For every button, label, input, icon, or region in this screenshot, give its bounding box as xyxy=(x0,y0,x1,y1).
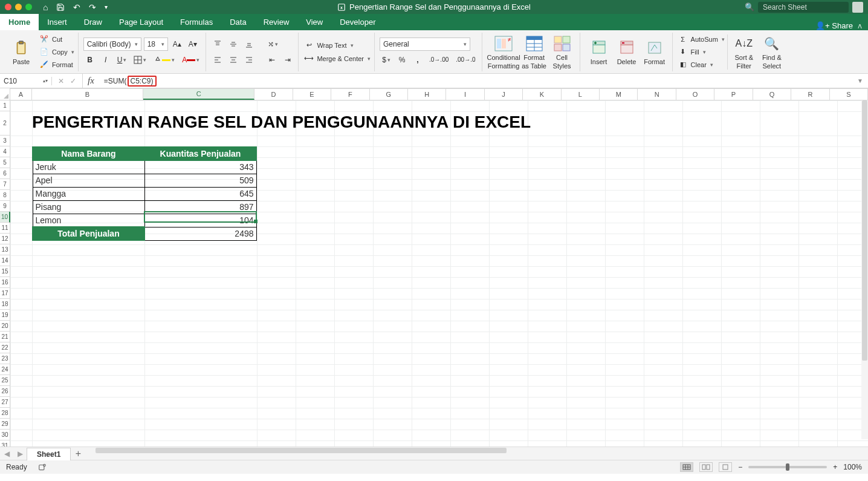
normal-view-button[interactable] xyxy=(680,462,693,472)
row-headers[interactable]: 1234567891011121314151617181920212223242… xyxy=(0,100,10,447)
row-header-30[interactable]: 30 xyxy=(0,430,10,440)
row-header-31[interactable]: 31 xyxy=(0,440,10,447)
col-header-E[interactable]: E xyxy=(293,88,331,100)
font-size-select[interactable]: 18▾ xyxy=(144,38,168,51)
row-header-3[interactable]: 3 xyxy=(0,136,10,146)
fill-color-button[interactable]: ▾ xyxy=(151,53,177,67)
row-header-10[interactable]: 10 xyxy=(0,212,10,223)
decrease-indent-button[interactable]: ⇤ xyxy=(265,53,279,67)
row-header-28[interactable]: 28 xyxy=(0,408,10,419)
underline-button[interactable]: U▾ xyxy=(115,53,129,67)
col-header-M[interactable]: M xyxy=(600,88,638,100)
row-header-19[interactable]: 19 xyxy=(0,310,10,321)
row-header-9[interactable]: 9 xyxy=(0,201,10,212)
format-as-table-button[interactable]: Formatas Table xyxy=(520,34,548,70)
comma-button[interactable]: , xyxy=(411,53,424,67)
sort-filter-button[interactable]: A↓Z Sort &Filter xyxy=(730,34,758,70)
format-painter-button[interactable]: 🖌️Format xyxy=(39,59,74,70)
cut-button[interactable]: ✂️Cut xyxy=(39,34,74,45)
row-header-6[interactable]: 6 xyxy=(0,168,10,179)
tab-developer[interactable]: Developer xyxy=(331,14,384,30)
align-bottom-button[interactable] xyxy=(242,38,256,51)
decrease-font-button[interactable]: A▾ xyxy=(186,38,199,51)
col-header-C[interactable]: C xyxy=(143,88,254,100)
percent-button[interactable]: % xyxy=(395,53,409,67)
cells-area[interactable]: PENGERTIAN RANGE SEL DAN PENGGUNAANNYA D… xyxy=(10,100,868,447)
zoom-slider[interactable] xyxy=(748,466,827,468)
row-header-29[interactable]: 29 xyxy=(0,419,10,430)
tab-view[interactable]: View xyxy=(297,14,331,30)
row-header-25[interactable]: 25 xyxy=(0,375,10,386)
align-middle-button[interactable] xyxy=(227,38,240,51)
close-window-icon[interactable] xyxy=(5,4,11,10)
column-headers[interactable]: ABCDEFGHIJKLMNOPQRS xyxy=(10,88,868,100)
copy-button[interactable]: 📄Copy▾ xyxy=(39,47,74,57)
undo-icon[interactable]: ↶ xyxy=(73,2,80,12)
minimize-window-icon[interactable] xyxy=(15,4,22,10)
col-header-R[interactable]: R xyxy=(791,88,829,100)
row-header-2[interactable]: 2 xyxy=(0,111,10,136)
spreadsheet-grid[interactable]: ABCDEFGHIJKLMNOPQRS 12345678910111213141… xyxy=(0,88,868,447)
col-header-B[interactable]: B xyxy=(32,88,143,100)
cell-styles-button[interactable]: CellStyles xyxy=(548,34,576,70)
zoom-in-button[interactable]: + xyxy=(833,463,837,471)
row-header-12[interactable]: 12 xyxy=(0,234,10,244)
formula-input[interactable]: =SUM(C5:C9) xyxy=(99,76,157,87)
row-header-4[interactable]: 4 xyxy=(0,146,10,157)
row-header-16[interactable]: 16 xyxy=(0,277,10,288)
row-header-13[interactable]: 13 xyxy=(0,244,10,255)
currency-button[interactable]: $▾ xyxy=(380,53,393,67)
tab-draw[interactable]: Draw xyxy=(76,14,111,30)
row-header-1[interactable]: 1 xyxy=(0,100,10,111)
align-top-button[interactable] xyxy=(211,38,224,51)
maximize-window-icon[interactable] xyxy=(25,4,32,10)
tab-insert[interactable]: Insert xyxy=(39,14,76,30)
col-header-K[interactable]: K xyxy=(523,88,561,100)
align-right-button[interactable] xyxy=(242,53,256,67)
col-header-F[interactable]: F xyxy=(331,88,369,100)
row-header-23[interactable]: 23 xyxy=(0,353,10,364)
sheet-prev-icon[interactable]: ◀ xyxy=(0,450,13,458)
font-name-select[interactable]: Calibri (Body)▾ xyxy=(83,38,141,51)
col-header-H[interactable]: H xyxy=(408,88,446,100)
format-cells-button[interactable]: Format xyxy=(641,39,669,65)
user-avatar-icon[interactable] xyxy=(852,2,863,13)
redo-icon[interactable]: ↷ xyxy=(89,2,96,12)
search-input[interactable]: Search Sheet xyxy=(758,2,849,13)
increase-decimal-button[interactable]: .0→.00 xyxy=(427,53,451,67)
sheet-tab-sheet1[interactable]: Sheet1 xyxy=(27,448,71,460)
clear-button[interactable]: ◧Clear▾ xyxy=(678,59,725,70)
row-header-26[interactable]: 26 xyxy=(0,386,10,397)
zoom-level[interactable]: 100% xyxy=(843,463,862,471)
orientation-button[interactable]: ⤭▾ xyxy=(265,38,280,51)
col-header-O[interactable]: O xyxy=(676,88,714,100)
qat-caret-icon[interactable]: ▾ xyxy=(105,4,108,10)
find-select-button[interactable]: 🔍 Find &Select xyxy=(758,34,786,70)
page-layout-view-button[interactable] xyxy=(699,462,713,472)
col-header-A[interactable]: A xyxy=(10,88,32,100)
tab-home[interactable]: Home xyxy=(0,14,39,30)
col-header-P[interactable]: P xyxy=(714,88,753,100)
page-break-view-button[interactable] xyxy=(719,462,732,472)
home-icon[interactable]: ⌂ xyxy=(43,2,48,12)
row-header-7[interactable]: 7 xyxy=(0,179,10,190)
share-button[interactable]: 👤+ Share xyxy=(815,21,853,30)
row-header-11[interactable]: 11 xyxy=(0,223,10,234)
sheet-next-icon[interactable]: ▶ xyxy=(13,450,27,458)
col-header-D[interactable]: D xyxy=(254,88,293,100)
borders-button[interactable]: ▾ xyxy=(131,53,149,67)
tab-formulas[interactable]: Formulas xyxy=(172,14,221,30)
row-header-24[interactable]: 24 xyxy=(0,364,10,375)
tab-page-layout[interactable]: Page Layout xyxy=(111,14,172,30)
increase-font-button[interactable]: A▴ xyxy=(170,38,184,51)
expand-formula-bar-icon[interactable]: ▼ xyxy=(852,77,868,84)
row-header-17[interactable]: 17 xyxy=(0,288,10,299)
increase-indent-button[interactable]: ⇥ xyxy=(281,53,294,67)
col-header-S[interactable]: S xyxy=(830,88,868,100)
select-all-corner[interactable] xyxy=(0,88,10,100)
row-header-15[interactable]: 15 xyxy=(0,266,10,277)
add-sheet-button[interactable]: + xyxy=(71,448,85,459)
tab-review[interactable]: Review xyxy=(255,14,298,30)
vertical-scrollbar[interactable] xyxy=(861,100,868,439)
col-header-G[interactable]: G xyxy=(370,88,408,100)
